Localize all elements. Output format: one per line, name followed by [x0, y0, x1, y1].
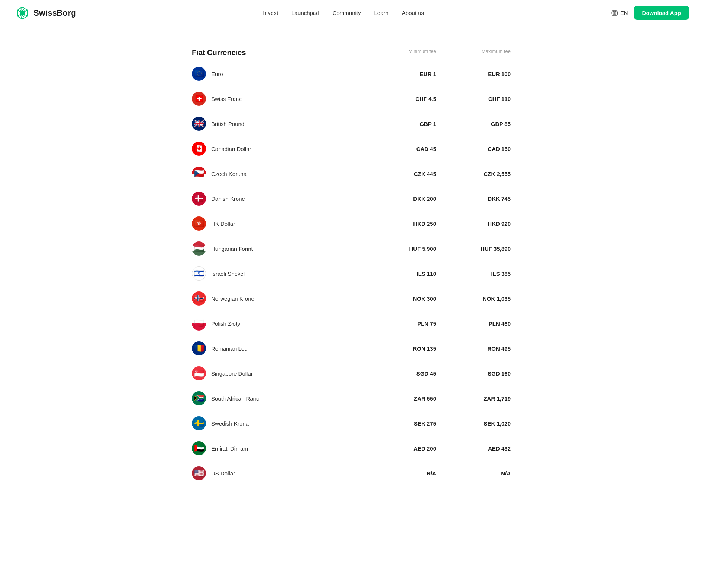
currency-min-fee: EUR 1 [363, 71, 438, 77]
table-row: 🇭🇰 HK Dollar HKD 250 HKD 920 [192, 211, 512, 236]
language-selector[interactable]: EN [611, 10, 628, 16]
flag-ils: 🇮🇱 [192, 266, 206, 281]
flag-dkk: 🇩🇰 [192, 192, 206, 206]
currency-info: 🇩🇰 Danish Krone [192, 192, 363, 206]
currency-info: 🇵🇱 Polish Złoty [192, 316, 363, 331]
col-max-label: Maximum fee [438, 48, 512, 57]
currency-info: 🇦🇪 Emirati Dirham [192, 441, 363, 455]
nav-launchpad[interactable]: Launchpad [291, 10, 319, 16]
main-content: Fiat Currencies Minimum fee Maximum fee … [184, 26, 520, 516]
table-row: 🇵🇱 Polish Złoty PLN 75 PLN 460 [192, 311, 512, 336]
table-row: 🇸🇬 Singapore Dollar SGD 45 SGD 160 [192, 361, 512, 386]
currency-info: 🇿🇦 South African Rand [192, 391, 363, 405]
currency-max-fee: N/A [438, 470, 512, 477]
currency-name: British Pound [211, 121, 244, 127]
currency-max-fee: CAD 150 [438, 146, 512, 152]
logo-link[interactable]: SwissBorg [15, 6, 76, 20]
table-row: 🇩🇰 Danish Krone DKK 200 DKK 745 [192, 186, 512, 211]
currency-info: 🇨🇿 Czech Koruna [192, 167, 363, 181]
currency-min-fee: NOK 300 [363, 295, 438, 302]
currency-max-fee: SGD 160 [438, 370, 512, 377]
currency-min-fee: HUF 5,900 [363, 246, 438, 252]
currency-max-fee: AED 432 [438, 445, 512, 452]
currency-info: 🇮🇱 Israeli Shekel [192, 266, 363, 281]
globe-icon [611, 10, 618, 16]
currency-max-fee: NOK 1,035 [438, 295, 512, 302]
currency-name: Euro [211, 71, 223, 77]
currency-name: Swiss Franc [211, 96, 242, 102]
table-row: 🇪🇺 Euro EUR 1 EUR 100 [192, 61, 512, 86]
currency-name: South African Rand [211, 395, 259, 402]
currency-info: 🇪🇺 Euro [192, 67, 363, 81]
table-row: 🇷🇴 Romanian Leu RON 135 RON 495 [192, 336, 512, 361]
currency-name: HK Dollar [211, 221, 235, 227]
flag-euro: 🇪🇺 [192, 67, 206, 81]
currency-info: 🇸🇪 Swedish Krona [192, 416, 363, 430]
currency-name: US Dollar [211, 470, 235, 477]
currency-name: Czech Koruna [211, 171, 247, 177]
currency-min-fee: SEK 275 [363, 420, 438, 427]
nav-community[interactable]: Community [333, 10, 361, 16]
currency-min-fee: DKK 200 [363, 196, 438, 202]
table-row: 🇨🇿 Czech Koruna CZK 445 CZK 2,555 [192, 161, 512, 186]
currency-max-fee: GBP 85 [438, 121, 512, 127]
table-row: 🇸🇪 Swedish Krona SEK 275 SEK 1,020 [192, 411, 512, 436]
table-row: 🇮🇱 Israeli Shekel ILS 110 ILS 385 [192, 261, 512, 286]
nav-right: EN Download App [611, 6, 689, 20]
flag-gbp: 🇬🇧 [192, 117, 206, 131]
flag-usd: 🇺🇸 [192, 466, 206, 480]
table-header: Fiat Currencies Minimum fee Maximum fee [192, 48, 512, 61]
flag-sgd: 🇸🇬 [192, 366, 206, 380]
col-min-label: Minimum fee [363, 48, 438, 57]
currency-max-fee: DKK 745 [438, 196, 512, 202]
flag-pln: 🇵🇱 [192, 316, 206, 331]
currency-name: Hungarian Forint [211, 246, 253, 252]
flag-cad: 🇨🇦 [192, 142, 206, 156]
table-row: 🇦🇪 Emirati Dirham AED 200 AED 432 [192, 436, 512, 461]
table-row: 🇬🇧 British Pound GBP 1 GBP 85 [192, 111, 512, 136]
currency-info: 🇺🇸 US Dollar [192, 466, 363, 480]
currency-list: 🇪🇺 Euro EUR 1 EUR 100 🇨🇭 Swiss Franc CHF… [192, 61, 512, 486]
currency-info: 🇨🇦 Canadian Dollar [192, 142, 363, 156]
nav-learn[interactable]: Learn [374, 10, 388, 16]
table-title: Fiat Currencies [192, 48, 363, 57]
currency-max-fee: HKD 920 [438, 221, 512, 227]
navbar: SwissBorg Invest Launchpad Community Lea… [0, 0, 704, 26]
flag-hkd: 🇭🇰 [192, 216, 206, 231]
currency-info: 🇭🇰 HK Dollar [192, 216, 363, 231]
download-app-button[interactable]: Download App [634, 6, 689, 20]
currency-max-fee: CHF 110 [438, 96, 512, 102]
currency-max-fee: RON 495 [438, 345, 512, 352]
currency-info: 🇷🇴 Romanian Leu [192, 341, 363, 355]
currency-info: 🇭🇺 Hungarian Forint [192, 241, 363, 256]
flag-ron: 🇷🇴 [192, 341, 206, 355]
currency-info: 🇳🇴 Norwegian Krone [192, 291, 363, 306]
table-row: 🇭🇺 Hungarian Forint HUF 5,900 HUF 35,890 [192, 236, 512, 261]
currency-min-fee: PLN 75 [363, 320, 438, 327]
currency-name: Polish Złoty [211, 320, 240, 327]
currency-max-fee: SEK 1,020 [438, 420, 512, 427]
currency-min-fee: HKD 250 [363, 221, 438, 227]
currency-name: Singapore Dollar [211, 370, 253, 377]
currency-min-fee: CHF 4.5 [363, 96, 438, 102]
currency-max-fee: ZAR 1,719 [438, 395, 512, 402]
currency-min-fee: CZK 445 [363, 171, 438, 177]
currency-min-fee: ZAR 550 [363, 395, 438, 402]
currency-info: 🇬🇧 British Pound [192, 117, 363, 131]
table-row: 🇨🇦 Canadian Dollar CAD 45 CAD 150 [192, 136, 512, 161]
currency-min-fee: SGD 45 [363, 370, 438, 377]
currency-name: Norwegian Krone [211, 295, 254, 302]
currency-name: Emirati Dirham [211, 445, 248, 452]
currency-max-fee: PLN 460 [438, 320, 512, 327]
currency-min-fee: N/A [363, 470, 438, 477]
nav-invest[interactable]: Invest [263, 10, 278, 16]
flag-nok: 🇳🇴 [192, 291, 206, 306]
flag-zar: 🇿🇦 [192, 391, 206, 405]
nav-about[interactable]: About us [402, 10, 424, 16]
currency-min-fee: RON 135 [363, 345, 438, 352]
currency-max-fee: ILS 385 [438, 271, 512, 277]
currency-info: 🇨🇭 Swiss Franc [192, 92, 363, 106]
currency-name: Danish Krone [211, 196, 245, 202]
language-code: EN [620, 10, 628, 16]
table-row: 🇨🇭 Swiss Franc CHF 4.5 CHF 110 [192, 86, 512, 111]
